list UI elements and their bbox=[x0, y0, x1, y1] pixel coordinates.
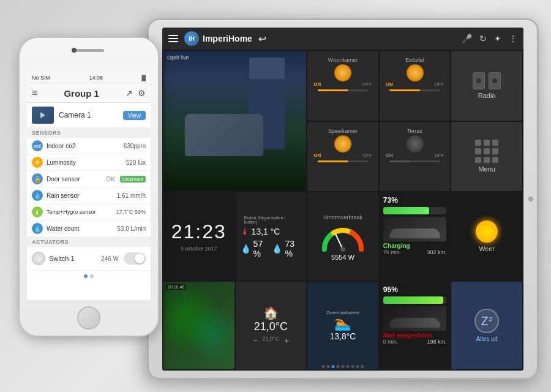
eettafel-on[interactable]: ON bbox=[386, 81, 393, 87]
back-icon[interactable]: ↩ bbox=[258, 33, 266, 45]
view-button[interactable]: View bbox=[123, 111, 146, 120]
menu-dot-1 bbox=[475, 140, 481, 146]
pool-icon: 🏊 bbox=[334, 315, 351, 331]
share-icon[interactable]: ↗ bbox=[126, 88, 133, 98]
terras-onoff: ON OFF bbox=[383, 153, 447, 158]
co2-icon: co2 bbox=[32, 140, 43, 151]
sensor-row-rain: 💧 Rain sensor 1.61 mm/h bbox=[27, 187, 151, 204]
eettafel-onoff: ON OFF bbox=[383, 81, 447, 87]
refresh-icon[interactable]: ↻ bbox=[479, 34, 487, 43]
phone-status-bar: No SIM 14:08 ▓ bbox=[27, 72, 151, 84]
thermostat-cell[interactable]: 🏠 21,0°C − 21,0°C + bbox=[236, 282, 307, 370]
tab-dot-7[interactable] bbox=[351, 365, 354, 368]
menu-icon[interactable]: ≡ bbox=[32, 88, 37, 99]
pool-temperature: 13,8°C bbox=[330, 331, 356, 341]
tab-dot-8[interactable] bbox=[356, 365, 359, 368]
clock-date: 9 oktober 2017 bbox=[181, 246, 217, 252]
tab-dot-4[interactable] bbox=[337, 365, 340, 368]
sensor-value-water: 53.0 L/min bbox=[117, 225, 146, 232]
dot-1[interactable] bbox=[84, 274, 88, 278]
pool-label: Zwembadwater bbox=[326, 310, 360, 315]
phone-page-dots bbox=[27, 271, 151, 282]
sun-weather-icon bbox=[476, 221, 498, 243]
sensor-name-co2: Indoor co2 bbox=[47, 143, 124, 149]
ev-battery-bar bbox=[383, 207, 447, 214]
tab-dot-6[interactable] bbox=[347, 365, 350, 368]
menu-dot-4 bbox=[475, 148, 481, 154]
menu-dot-3 bbox=[492, 140, 498, 146]
door-disarmed-badge: Disarmed bbox=[120, 176, 146, 183]
thermo-plus-button[interactable]: + bbox=[284, 336, 289, 345]
eettafel-slider[interactable] bbox=[389, 89, 440, 91]
sensor-row-temphygro: 🌡 Temp+Hygro sensor 17.7°C 59% bbox=[27, 204, 151, 221]
time-label: 14:08 bbox=[89, 75, 103, 81]
eettafel-label: Eettafel bbox=[402, 55, 428, 64]
weather-cell[interactable]: Weer bbox=[451, 192, 522, 281]
tab-dot-3[interactable] bbox=[332, 365, 335, 368]
menu-dot-9 bbox=[492, 157, 498, 163]
map-overlay bbox=[163, 282, 234, 370]
switch1-toggle[interactable] bbox=[124, 252, 146, 265]
hamburger-menu-icon[interactable] bbox=[168, 35, 178, 42]
tab-dot-1[interactable] bbox=[322, 365, 325, 368]
woonkamer-slider[interactable] bbox=[318, 89, 369, 91]
terras-on[interactable]: ON bbox=[386, 153, 393, 158]
map-timestamp: 20:10:48 bbox=[166, 284, 186, 290]
humidity-value2: 73 % bbox=[285, 239, 301, 258]
tablet-screen: iH ImperiHome ↩ 🎤 ↻ ✦ ⋮ bbox=[162, 28, 523, 371]
settings-icon[interactable]: ⚙ bbox=[138, 88, 146, 98]
thermo-minus-button[interactable]: − bbox=[252, 336, 257, 345]
terras-cell[interactable]: Terras ON OFF bbox=[380, 122, 451, 192]
ev-disconnected-cell: 95% Niet aangesloten 0 min. 198 km. bbox=[380, 282, 451, 370]
terras-controls: ON OFF bbox=[383, 153, 447, 164]
woonkamer-off[interactable]: OFF bbox=[362, 81, 372, 87]
eettafel-off[interactable]: OFF bbox=[434, 81, 444, 87]
radio-cell[interactable]: Radio bbox=[451, 51, 522, 121]
terras-off[interactable]: OFF bbox=[434, 153, 444, 158]
phone-home-button[interactable] bbox=[77, 306, 100, 330]
woonkamer-on[interactable]: ON bbox=[313, 81, 321, 87]
more-icon[interactable]: ⋮ bbox=[509, 34, 517, 43]
ev2-range: 198 km. bbox=[427, 339, 446, 345]
sensor-value-luminosity: 520 lux bbox=[126, 159, 146, 166]
power-label: Stroomverbraak bbox=[320, 212, 366, 222]
mic-icon[interactable]: 🎤 bbox=[462, 34, 472, 43]
speaker-left bbox=[473, 72, 485, 89]
camera-thumbnail bbox=[32, 107, 54, 124]
sensor-row-co2: co2 Indoor co2 630ppm bbox=[27, 138, 151, 154]
woonkamer-cell[interactable]: Woonkamer ON OFF bbox=[307, 51, 378, 121]
tablet-grid: Oprit live Woonkamer ON OFF bbox=[162, 50, 523, 371]
sensors-section-header: SENSORS bbox=[27, 128, 151, 138]
dot-2[interactable] bbox=[90, 274, 94, 278]
tab-dot-9[interactable] bbox=[361, 365, 364, 368]
sleep-cell[interactable]: Zᶻ Alles uit bbox=[451, 282, 522, 370]
tablet-header-right: 🎤 ↻ ✦ ⋮ bbox=[462, 34, 517, 43]
menu-cell[interactable]: Menu bbox=[451, 122, 522, 192]
ev-info-row: 75 min. 302 km. bbox=[383, 249, 447, 255]
sensor-row-water: 💧 Water count 53.0 L/min bbox=[27, 221, 151, 237]
sensor-name-temphygro: Temp+Hygro sensor bbox=[47, 209, 116, 215]
woonkamer-controls: ON OFF bbox=[311, 81, 375, 92]
star-icon[interactable]: ✦ bbox=[494, 34, 501, 43]
pool-cell: Zwembadwater 🏊 13,8°C bbox=[307, 282, 378, 370]
speelkamer-on[interactable]: ON bbox=[313, 153, 321, 158]
speelkamer-slider[interactable] bbox=[318, 160, 369, 162]
tab-dot-2[interactable] bbox=[327, 365, 330, 368]
svg-line-0 bbox=[335, 234, 343, 249]
weather-label: Weer bbox=[479, 245, 495, 252]
speelkamer-cell[interactable]: Speelkamer ON OFF bbox=[307, 122, 378, 192]
svg-point-1 bbox=[340, 247, 345, 252]
tablet-home-button[interactable] bbox=[528, 197, 533, 202]
terras-slider[interactable] bbox=[389, 160, 440, 162]
eettafel-cell[interactable]: Eettafel ON OFF bbox=[380, 51, 451, 121]
speelkamer-off[interactable]: OFF bbox=[362, 153, 372, 158]
tablet-device: iH ImperiHome ↩ 🎤 ↻ ✦ ⋮ bbox=[147, 18, 539, 380]
sensor-value-co2: 630ppm bbox=[124, 143, 146, 149]
actuators-section-header: ACTUATORS bbox=[27, 237, 151, 247]
power-gauge-cell: Stroomverbraak 5554 W bbox=[307, 192, 378, 281]
woonkamer-label: Woonkamer bbox=[324, 55, 361, 64]
tab-dot-5[interactable] bbox=[342, 365, 345, 368]
tablet-header: iH ImperiHome ↩ 🎤 ↻ ✦ ⋮ bbox=[162, 28, 523, 50]
fire-icon: 🌡 bbox=[241, 227, 249, 236]
speelkamer-controls: ON OFF bbox=[311, 153, 375, 164]
